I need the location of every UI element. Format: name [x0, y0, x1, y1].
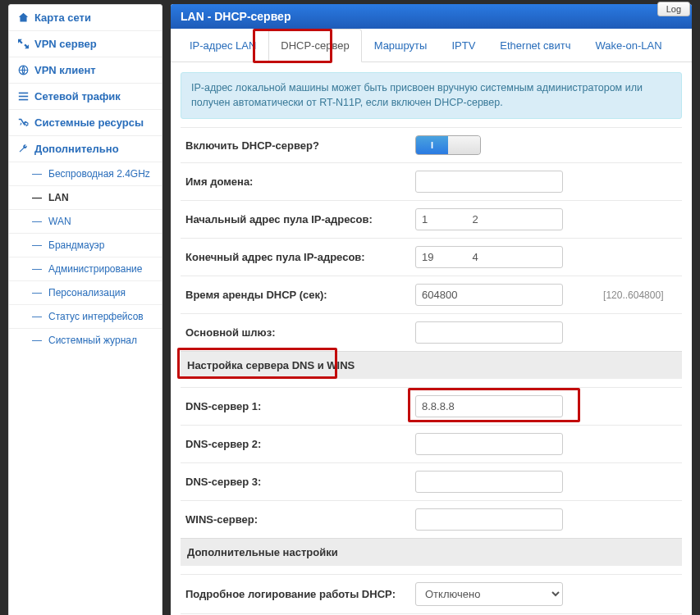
sidebar-item-netmap[interactable]: Карта сети [9, 5, 162, 31]
label-enable-dhcp: Включить DHCP-сервер? [181, 128, 410, 163]
sidebar-item-label: VPN сервер [34, 38, 97, 50]
input-wins[interactable] [415, 508, 563, 531]
main-panel: LAN - DHCP-сервер IP-адрес LAN DHCP-серв… [171, 4, 692, 615]
sidebar-sub-firewall[interactable]: Брандмауэр [9, 234, 162, 257]
info-box: IP-адрес локальной машины может быть при… [181, 72, 682, 119]
sidebar-item-label: VPN клиент [34, 64, 96, 76]
input-dns2[interactable] [415, 433, 563, 455]
input-dns1[interactable] [415, 395, 563, 417]
label-dns2: DNS-сервер 2: [181, 426, 410, 463]
sidebar-sub-label: Администрирование [48, 263, 142, 275]
input-pool-start[interactable] [415, 208, 563, 230]
select-verbose[interactable]: Отключено [415, 582, 563, 606]
label-verbose: Подробное логирование работы DHCP: [181, 575, 410, 614]
tabs: IP-адрес LAN DHCP-сервер Маршруты IPTV E… [171, 29, 692, 62]
sidebar-sub-label: Беспроводная 2.4GHz [48, 168, 150, 180]
sidebar: Карта сети VPN сервер VPN клиент Сетевой… [8, 4, 162, 615]
tab-routes[interactable]: Маршруты [362, 29, 440, 61]
sidebar-item-label: Карта сети [34, 11, 91, 24]
list-icon [17, 91, 29, 102]
tab-wol[interactable]: Wake-on-LAN [583, 29, 674, 61]
sidebar-item-sysres[interactable]: Системные ресурсы [9, 110, 162, 136]
sidebar-sub-label: Системный журнал [48, 335, 137, 346]
sidebar-item-vpn-server[interactable]: VPN сервер [9, 31, 162, 57]
hint-lease: [120..604800] [598, 276, 682, 314]
sidebar-sub-wireless[interactable]: Беспроводная 2.4GHz [9, 162, 162, 186]
svg-rect-2 [18, 96, 27, 98]
sidebar-sub-label: Брандмауэр [48, 239, 104, 251]
random-icon [17, 117, 29, 129]
tab-iptv[interactable]: IPTV [439, 29, 487, 61]
toggle-enable-dhcp[interactable]: I [415, 135, 481, 155]
svg-rect-1 [18, 93, 27, 94]
input-pool-end[interactable] [415, 246, 563, 268]
label-dns3: DNS-сервер 3: [181, 463, 410, 501]
toggle-on-indicator: I [416, 136, 448, 154]
label-domain: Имя домена: [181, 163, 410, 201]
svg-rect-3 [18, 99, 27, 101]
sidebar-sub-lan[interactable]: LAN [9, 186, 162, 210]
sidebar-sub-wan[interactable]: WAN [9, 210, 162, 234]
section-dns-wins: Настройка сервера DNS и WINS [181, 351, 682, 379]
label-pool-end: Конечный адрес пула IP-адресов: [181, 239, 410, 276]
label-gateway: Основной шлюз: [181, 314, 410, 352]
sidebar-sub-label: WAN [48, 216, 71, 227]
label-pool-start: Начальный адрес пула IP-адресов: [181, 201, 410, 239]
input-lease[interactable] [415, 284, 563, 306]
wrench-icon [17, 144, 29, 155]
sidebar-sub-label: Персонализация [48, 287, 126, 298]
sidebar-item-label: Дополнительно [34, 143, 119, 155]
sidebar-sub-ifstatus[interactable]: Статус интерфейсов [9, 305, 162, 329]
tab-dhcp-server[interactable]: DHCP-сервер [268, 29, 361, 62]
tab-ip-lan[interactable]: IP-адрес LAN [177, 29, 268, 61]
sidebar-item-vpn-client[interactable]: VPN клиент [9, 57, 162, 84]
sidebar-sub-syslog[interactable]: Системный журнал [9, 329, 162, 352]
sidebar-item-label: Системные ресурсы [34, 116, 144, 129]
input-dns3[interactable] [415, 471, 563, 493]
sidebar-item-traffic[interactable]: Сетевой трафик [9, 84, 162, 110]
label-dns1: DNS-сервер 1: [181, 388, 410, 426]
toggle-off-indicator [448, 136, 480, 154]
input-domain[interactable] [415, 171, 563, 193]
sidebar-item-advanced[interactable]: Дополнительно [9, 136, 162, 162]
panel-title: LAN - DHCP-сервер [171, 4, 692, 29]
resize-icon [17, 39, 29, 50]
label-wins: WINS-сервер: [181, 501, 410, 539]
sidebar-sub-admin[interactable]: Администрирование [9, 257, 162, 281]
tab-eth-switch[interactable]: Ethernet свитч [487, 29, 583, 61]
sidebar-item-label: Сетевой трафик [34, 90, 121, 102]
home-icon [17, 12, 29, 24]
log-button[interactable]: Log [657, 2, 690, 16]
sidebar-sub-label: Статус интерфейсов [48, 311, 144, 322]
globe-icon [17, 65, 29, 76]
label-lease: Время аренды DHCP (сек): [181, 276, 410, 314]
input-gateway[interactable] [415, 321, 563, 344]
sidebar-sub-personal[interactable]: Персонализация [9, 281, 162, 305]
section-extra: Дополнительные настройки [181, 538, 682, 566]
sidebar-sub-label: LAN [48, 192, 69, 203]
